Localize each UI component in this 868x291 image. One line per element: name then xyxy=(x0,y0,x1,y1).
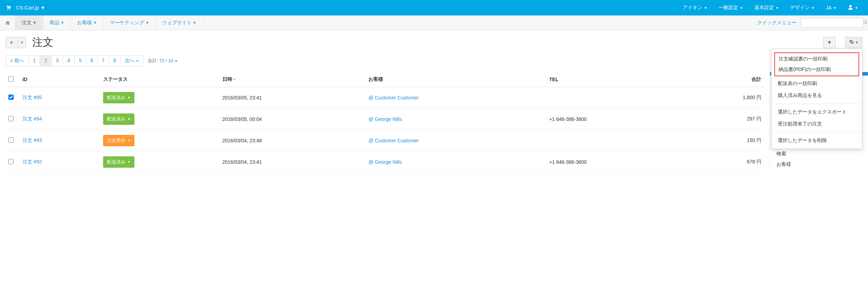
cell-total: 1,800 円 xyxy=(686,87,764,109)
caret-down-icon: ▼ xyxy=(193,21,196,25)
search-box[interactable] xyxy=(801,18,864,28)
add-button[interactable]: + xyxy=(823,37,836,48)
page-2[interactable]: 2 xyxy=(40,55,52,66)
quick-menu-link[interactable]: クイックメニュー xyxy=(757,20,796,26)
table-row: 注文 #95配送済み▼2016/03/05, 23:41@ Customer C… xyxy=(6,87,764,109)
col-id[interactable]: ID xyxy=(20,72,100,87)
page-7[interactable]: 7 xyxy=(97,55,109,66)
nav-customers[interactable]: お客様▼ xyxy=(71,15,104,30)
caret-down-icon: ▼ xyxy=(20,41,24,44)
back-button-group: ▼ xyxy=(6,37,26,48)
order-link[interactable]: 注文 #94 xyxy=(22,116,42,122)
col-customer[interactable]: お客様 xyxy=(366,72,546,87)
topmenu-lang[interactable]: JA▼ xyxy=(820,0,842,15)
page-6[interactable]: 6 xyxy=(86,55,98,66)
caret-down-icon: ▼ xyxy=(174,59,178,63)
col-status[interactable]: ステータス xyxy=(100,72,219,87)
caret-down-icon: ▼ xyxy=(833,6,836,10)
caret-down-icon: ▼ xyxy=(93,21,97,25)
gear-button[interactable]: ▼ xyxy=(845,37,862,48)
topmenu-addons[interactable]: アドオン▼ xyxy=(677,0,713,15)
orders-table: ID ステータス 日時▼ お客様 TEL 合計 注文 #95配送済み▼2016/… xyxy=(6,72,764,173)
status-dropdown[interactable]: 注文受付▼ xyxy=(103,135,134,146)
page-head: ▼ 注文 + ▼ 注文確認書の一括印刷 納品書(PDF)の一括印刷 配送表の一括… xyxy=(0,30,868,52)
menu-separator xyxy=(772,132,862,132)
top-menu: アドオン▼ 一般設定▼ 基本設定▼ デザイン▼ JA▼ ▼ xyxy=(677,0,864,15)
caret-down-icon: ▼ xyxy=(775,6,779,10)
customer-link[interactable]: @ Customer Customer xyxy=(368,95,419,101)
caret-down-icon: ▼ xyxy=(704,6,707,10)
row-checkbox[interactable] xyxy=(8,159,14,164)
customer-link[interactable]: @ George Nills xyxy=(368,116,402,122)
cell-tel: +1 646-386-3600 xyxy=(546,109,686,130)
page-8[interactable]: 8 xyxy=(109,55,121,66)
table-row: 注文 #92配送済み▼2016/03/04, 23:41@ George Nil… xyxy=(6,151,764,173)
caret-down-icon: ▼ xyxy=(740,6,743,10)
order-link[interactable]: 注文 #93 xyxy=(22,137,42,143)
highlighted-group: 注文確認書の一括印刷 納品書(PDF)の一括印刷 xyxy=(774,52,859,76)
menu-print-invoices-pdf[interactable]: 納品書(PDF)の一括印刷 xyxy=(775,64,859,75)
sort-desc-icon: ▼ xyxy=(233,78,236,82)
cell-total: 678 円 xyxy=(686,151,764,173)
caret-down-icon: ▼ xyxy=(811,6,815,10)
search-input[interactable] xyxy=(804,20,863,25)
cell-datetime: 2016/03/05, 23:41 xyxy=(220,87,366,109)
status-label: 注文受付 xyxy=(107,137,125,144)
page-5[interactable]: 5 xyxy=(74,55,86,66)
menu-print-confirmations[interactable]: 注文確認書の一括印刷 xyxy=(775,54,859,64)
back-button[interactable] xyxy=(6,37,18,48)
nav-orders[interactable]: 注文▼ xyxy=(15,15,43,30)
per-page-dropdown[interactable]: 10 ▼ xyxy=(168,58,178,63)
topmenu-basic[interactable]: 基本設定▼ xyxy=(749,0,784,15)
order-link[interactable]: 注文 #92 xyxy=(22,159,42,164)
back-dropdown[interactable]: ▼ xyxy=(18,37,26,48)
row-checkbox[interactable] xyxy=(8,116,14,121)
topmenu-general[interactable]: 一般設定▼ xyxy=(713,0,749,15)
menu-unprocessed-orders[interactable]: 受注処理未了の注文 xyxy=(772,118,862,130)
col-datetime[interactable]: 日時▼ xyxy=(220,72,366,87)
customer-link[interactable]: @ George Nills xyxy=(368,159,402,165)
gear-dropdown-menu: 注文確認書の一括印刷 納品書(PDF)の一括印刷 配送表の一括印刷 購入済み商品… xyxy=(771,48,862,149)
caret-down-icon: ▼ xyxy=(127,117,131,121)
menu-print-shipping[interactable]: 配送表の一括印刷 xyxy=(772,78,862,90)
nav-marketing[interactable]: マーケティング▼ xyxy=(104,15,156,30)
select-all-checkbox[interactable] xyxy=(8,76,14,82)
total-count: 合計: 72 / 10 ▼ xyxy=(148,58,178,64)
status-dropdown[interactable]: 配送済み▼ xyxy=(103,114,134,125)
cell-tel: +1 646-386-3600 xyxy=(546,151,686,173)
col-tel[interactable]: TEL xyxy=(546,72,686,87)
gear-icon xyxy=(849,39,854,45)
caret-down-icon: ▼ xyxy=(33,21,36,25)
row-checkbox[interactable] xyxy=(8,95,14,100)
status-dropdown[interactable]: 配送済み▼ xyxy=(103,92,134,103)
menu-export-selected[interactable]: 選択したデータをエクスポート xyxy=(772,106,862,118)
page-next[interactable]: 次へ » xyxy=(120,55,143,66)
menu-delete-selected[interactable]: 選択したデータを削除 xyxy=(772,135,862,147)
col-total[interactable]: 合計 xyxy=(686,72,764,87)
page-3[interactable]: 3 xyxy=(51,55,63,66)
cell-total: 297 円 xyxy=(686,109,764,130)
customer-link[interactable]: @ Customer Customer xyxy=(368,138,419,143)
topmenu-user[interactable]: ▼ xyxy=(842,0,864,15)
cell-tel xyxy=(546,130,686,151)
nav-website[interactable]: ウェブサイト▼ xyxy=(156,15,203,30)
table-row: 注文 #93注文受付▼2016/03/04, 23:48@ Customer C… xyxy=(6,130,764,151)
cell-datetime: 2016/03/04, 23:41 xyxy=(220,151,366,173)
brand-label: CS-Cart.jp xyxy=(16,5,39,11)
menu-view-purchased[interactable]: 購入済み商品を見る xyxy=(772,90,862,102)
page-1[interactable]: 1 xyxy=(28,55,40,66)
status-dropdown[interactable]: 配送済み▼ xyxy=(103,156,134,168)
page-prev[interactable]: « 前へ xyxy=(6,55,29,66)
brand-dropdown[interactable]: CS-Cart.jp ▼ xyxy=(16,5,45,11)
menu-separator xyxy=(772,104,862,104)
cell-total: 150 円 xyxy=(686,130,764,151)
pagination: « 前へ 1 2 3 4 5 6 7 8 次へ » xyxy=(6,55,143,66)
page-4[interactable]: 4 xyxy=(63,55,75,66)
status-label: 配送済み xyxy=(107,159,125,165)
order-link[interactable]: 注文 #95 xyxy=(22,95,42,100)
home-button[interactable] xyxy=(0,15,15,30)
cart-icon xyxy=(4,4,13,12)
row-checkbox[interactable] xyxy=(8,137,14,143)
topmenu-design[interactable]: デザイン▼ xyxy=(784,0,820,15)
nav-products[interactable]: 商品▼ xyxy=(43,15,71,30)
